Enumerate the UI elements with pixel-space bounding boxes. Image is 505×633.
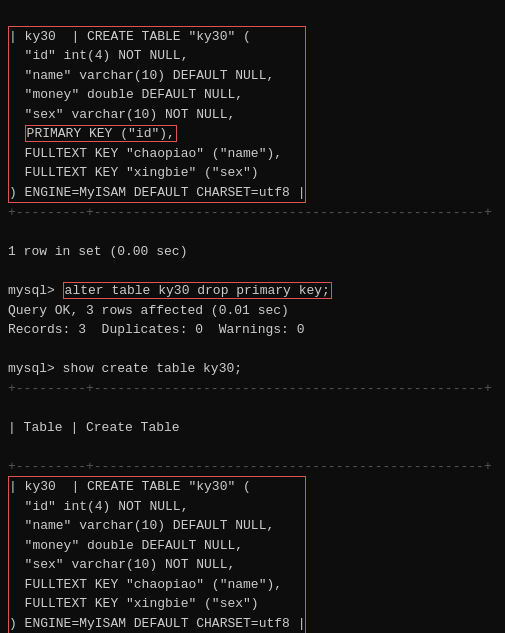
separator-3: +---------+-----------------------------… xyxy=(8,459,492,474)
block2-wrapper: | ky30 | CREATE TABLE "ky30" ( "id" int(… xyxy=(8,616,306,631)
alter-cmd-highlight: alter table ky30 drop primary key; xyxy=(63,282,332,299)
table-header: | Table | Create Table xyxy=(8,420,180,435)
records-line: Records: 3 Duplicates: 0 Warnings: 0 xyxy=(8,322,304,337)
blank-line-2 xyxy=(8,264,16,279)
primary-key-highlight: PRIMARY KEY ("id"), xyxy=(25,125,177,142)
separator-2: +---------+-----------------------------… xyxy=(8,381,492,396)
blank-line-4 xyxy=(8,400,16,415)
terminal: | ky30 | CREATE TABLE "ky30" ( "id" int(… xyxy=(0,0,505,633)
create-table-block-2: | ky30 | CREATE TABLE "ky30" ( "id" int(… xyxy=(8,476,306,633)
separator-top: +---------+-----------------------------… xyxy=(8,205,492,220)
blank-line-5 xyxy=(8,439,16,454)
line-1: | ky30 | CREATE TABLE "ky30" ( "id" int(… xyxy=(8,26,497,634)
create-table-block-1: | ky30 | CREATE TABLE "ky30" ( "id" int(… xyxy=(8,26,306,204)
query-ok: Query OK, 3 rows affected (0.01 sec) xyxy=(8,303,289,318)
prompt-show: mysql> show create table ky30; xyxy=(8,361,242,376)
blank-line xyxy=(8,225,16,240)
row-result: 1 row in set (0.00 sec) xyxy=(8,244,187,259)
prompt-alter: mysql> alter table ky30 drop primary key… xyxy=(8,282,332,299)
block1-wrapper: | ky30 | CREATE TABLE "ky30" ( "id" int(… xyxy=(8,185,306,200)
blank-line-3 xyxy=(8,342,16,357)
